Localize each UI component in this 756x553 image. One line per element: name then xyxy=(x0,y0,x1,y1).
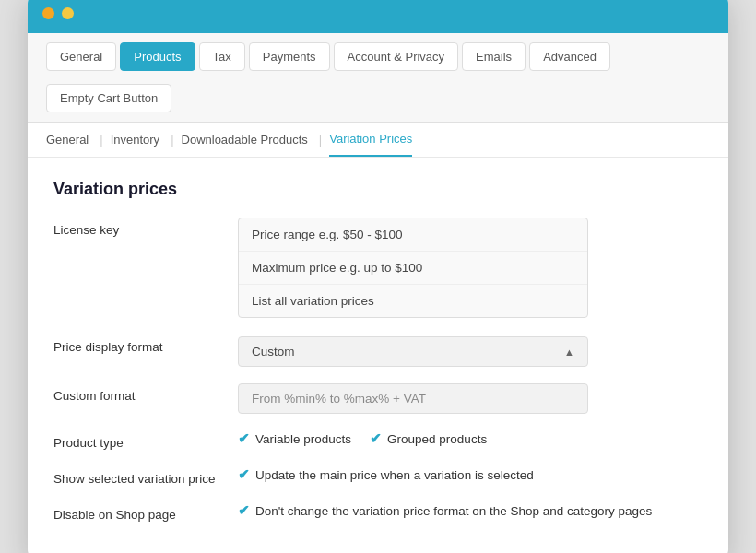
disable-shop-icon: ✔ xyxy=(238,502,250,519)
variable-check-icon: ✔ xyxy=(238,430,250,447)
dropdown-selected-value: Custom xyxy=(252,345,295,359)
custom-format-input[interactable]: From %min% to %max% + VAT xyxy=(238,383,588,414)
show-selected-text: Update the main price when a variation i… xyxy=(255,468,534,482)
show-selected-label: Show selected variation price xyxy=(53,466,238,486)
product-type-row: Product type ✔ Variable products ✔ Group… xyxy=(53,430,703,450)
option-price-range[interactable]: Price range e.g. $50 - $100 xyxy=(239,218,587,252)
show-selected-item[interactable]: ✔ Update the main price when a variation… xyxy=(238,466,703,483)
disable-shop-item[interactable]: ✔ Don't change the variation price forma… xyxy=(238,502,703,519)
sub-tabs: General | Inventory | Downloadable Produ… xyxy=(28,123,728,158)
option-list-all[interactable]: List all variation prices xyxy=(239,285,587,317)
dropdown-open[interactable]: Price range e.g. $50 - $100 Maximum pric… xyxy=(238,218,588,318)
disable-shop-text: Don't change the variation price format … xyxy=(255,504,652,518)
grouped-products-label: Grouped products xyxy=(387,432,487,446)
grouped-products-item[interactable]: ✔ Grouped products xyxy=(370,430,487,447)
custom-format-control: From %min% to %max% + VAT xyxy=(238,383,703,414)
dropdown-arrow-icon: ▲ xyxy=(564,347,574,358)
titlebar xyxy=(28,0,728,33)
license-key-row: License key Price range e.g. $50 - $100 … xyxy=(53,218,703,318)
show-selected-icon: ✔ xyxy=(238,466,250,483)
disable-shop-label: Disable on Shop page xyxy=(53,502,238,522)
subtab-inventory[interactable]: Inventory xyxy=(111,124,159,156)
grouped-check-icon: ✔ xyxy=(370,430,382,447)
disable-shop-control: ✔ Don't change the variation price forma… xyxy=(238,502,703,519)
custom-format-row: Custom format From %min% to %max% + VAT xyxy=(53,383,703,414)
price-display-dropdown[interactable]: Custom ▲ xyxy=(238,336,588,367)
tab-account-privacy[interactable]: Account & Privacy xyxy=(334,42,459,71)
product-type-checkboxes: ✔ Variable products ✔ Grouped products xyxy=(238,430,703,447)
dot-red[interactable] xyxy=(42,7,54,19)
tab-emails[interactable]: Emails xyxy=(462,42,526,71)
product-type-control: ✔ Variable products ✔ Grouped products xyxy=(238,430,703,447)
content-area: Variation prices License key Price range… xyxy=(28,158,728,553)
disable-shop-row: Disable on Shop page ✔ Don't change the … xyxy=(53,502,703,522)
subtab-general[interactable]: General xyxy=(46,124,89,156)
sep2: | xyxy=(171,133,173,147)
show-selected-control: ✔ Update the main price when a variation… xyxy=(238,466,703,483)
section-title: Variation prices xyxy=(53,180,703,199)
app-window: General Products Tax Payments Account & … xyxy=(28,0,728,553)
tab-products[interactable]: Products xyxy=(120,42,195,71)
show-selected-row: Show selected variation price ✔ Update t… xyxy=(53,466,703,486)
tab-empty-cart[interactable]: Empty Cart Button xyxy=(46,84,171,112)
tab-advanced[interactable]: Advanced xyxy=(529,42,610,71)
variable-products-item[interactable]: ✔ Variable products xyxy=(238,430,351,447)
tab-general[interactable]: General xyxy=(46,42,116,71)
main-tabs: General Products Tax Payments Account & … xyxy=(28,33,728,123)
subtab-downloadable[interactable]: Downloadable Products xyxy=(182,124,308,156)
subtab-variation-prices[interactable]: Variation Prices xyxy=(329,123,412,157)
price-display-row: Price display format Custom ▲ xyxy=(53,335,703,367)
tab-payments[interactable]: Payments xyxy=(249,42,330,71)
license-key-control: Price range e.g. $50 - $100 Maximum pric… xyxy=(238,218,703,318)
price-display-control: Custom ▲ xyxy=(238,335,703,367)
dot-yellow[interactable] xyxy=(62,7,74,19)
license-key-label: License key xyxy=(53,218,238,237)
variable-products-label: Variable products xyxy=(255,432,351,446)
dropdown-menu: Price range e.g. $50 - $100 Maximum pric… xyxy=(238,218,588,318)
tab-tax[interactable]: Tax xyxy=(199,42,245,71)
option-max-price[interactable]: Maximum price e.g. up to $100 xyxy=(239,252,587,285)
price-display-label: Price display format xyxy=(53,335,238,354)
sep1: | xyxy=(100,133,102,147)
sep3: | xyxy=(319,133,322,147)
custom-format-label: Custom format xyxy=(53,383,238,403)
product-type-label: Product type xyxy=(53,430,238,450)
